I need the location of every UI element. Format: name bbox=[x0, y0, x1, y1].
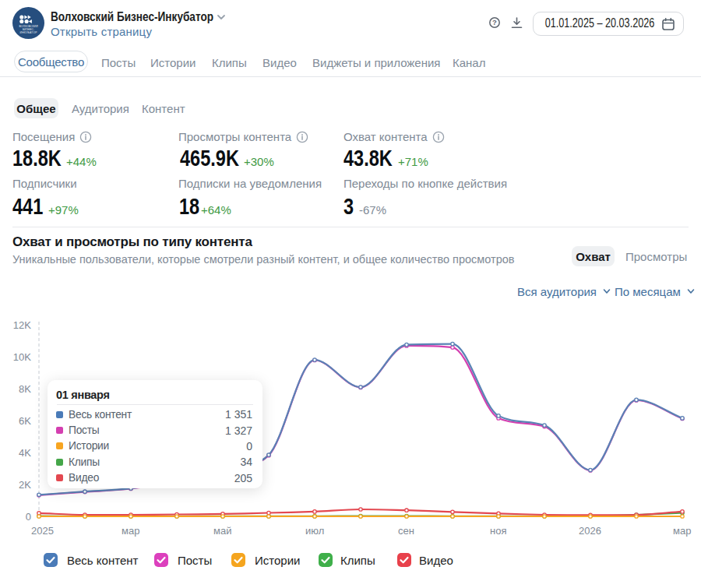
svg-text:?: ? bbox=[492, 18, 497, 26]
svg-text:ИНКУБАТОР: ИНКУБАТОР bbox=[20, 31, 38, 34]
